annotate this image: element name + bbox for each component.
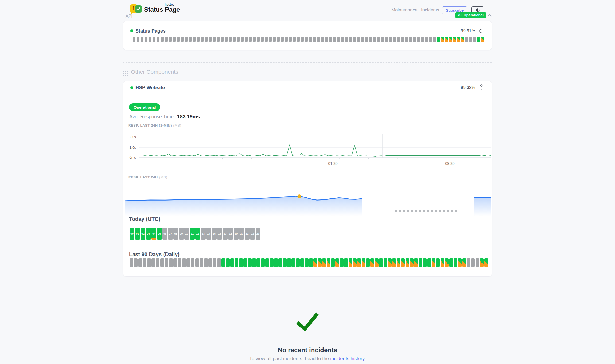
uptime-bar[interactable]: [329, 37, 332, 42]
uptime-bar[interactable]: [217, 37, 220, 42]
uptime-bar[interactable]: [195, 258, 199, 267]
hour-block-19[interactable]: 19: [234, 228, 239, 240]
uptime-bar[interactable]: [134, 258, 138, 267]
uptime-bar[interactable]: [384, 258, 387, 267]
uptime-bar[interactable]: [305, 258, 309, 267]
uptime-bar[interactable]: [278, 258, 282, 267]
uptime-bar[interactable]: [417, 37, 420, 42]
hour-block-15[interactable]: 15: [212, 228, 217, 240]
uptime-bar[interactable]: [421, 37, 424, 42]
hour-block-04[interactable]: 04: [151, 228, 156, 240]
uptime-bar[interactable]: [265, 258, 269, 267]
uptime-bar[interactable]: [322, 258, 326, 267]
hour-block-07[interactable]: 07: [168, 228, 173, 240]
response-daily-chart[interactable]: [125, 192, 491, 217]
uptime-bar[interactable]: [318, 258, 322, 267]
uptime-bar[interactable]: [313, 37, 316, 42]
uptime-bar[interactable]: [197, 37, 200, 42]
uptime-bar[interactable]: [335, 258, 339, 267]
uptime-bar[interactable]: [377, 37, 380, 42]
uptime-bar[interactable]: [425, 37, 428, 42]
uptime-bar[interactable]: [413, 37, 416, 42]
uptime-bar[interactable]: [405, 37, 408, 42]
uptime-bar[interactable]: [253, 37, 256, 42]
uptime-bar[interactable]: [409, 37, 412, 42]
uptime-bar[interactable]: [437, 37, 440, 42]
uptime-bar[interactable]: [191, 258, 194, 267]
uptime-bar[interactable]: [345, 37, 348, 42]
uptime-bar[interactable]: [432, 258, 435, 267]
expand-arrow-icon[interactable]: [480, 84, 483, 90]
uptime-bar[interactable]: [388, 258, 392, 267]
uptime-bar[interactable]: [235, 258, 238, 267]
hour-block-09[interactable]: 09: [179, 228, 184, 240]
hour-block-14[interactable]: 14: [206, 228, 211, 240]
uptime-bar[interactable]: [270, 258, 274, 267]
uptime-bar[interactable]: [252, 258, 256, 267]
uptime-bar[interactable]: [401, 37, 404, 42]
uptime-bar[interactable]: [327, 258, 330, 267]
uptime-bar[interactable]: [239, 258, 243, 267]
uptime-bar[interactable]: [449, 258, 453, 267]
uptime-bar[interactable]: [204, 258, 208, 267]
uptime-bar[interactable]: [160, 258, 164, 267]
uptime-bar[interactable]: [181, 37, 184, 42]
uptime-bar[interactable]: [353, 258, 357, 267]
uptime-bar[interactable]: [169, 37, 172, 42]
uptime-bar[interactable]: [410, 258, 414, 267]
uptime-bar[interactable]: [205, 37, 208, 42]
uptime-bar[interactable]: [209, 37, 212, 42]
hour-block-12[interactable]: 12: [195, 228, 200, 240]
uptime-bar[interactable]: [389, 37, 392, 42]
collapse-chevron-icon[interactable]: [488, 14, 492, 17]
uptime-bar[interactable]: [217, 258, 221, 267]
brand-logo[interactable]: ! hosted Status Page: [130, 2, 200, 17]
uptime-bar[interactable]: [353, 37, 356, 42]
uptime-bar[interactable]: [445, 258, 449, 267]
uptime-bar[interactable]: [130, 258, 133, 267]
uptime-bar[interactable]: [173, 258, 177, 267]
hour-block-20[interactable]: 20: [239, 228, 244, 240]
uptime-bar[interactable]: [436, 258, 440, 267]
nav-incidents[interactable]: Incidents: [421, 7, 439, 13]
uptime-bar[interactable]: [357, 37, 360, 42]
uptime-bar[interactable]: [261, 37, 264, 42]
uptime-bar[interactable]: [178, 258, 181, 267]
uptime-bar[interactable]: [309, 258, 313, 267]
hour-block-18[interactable]: 18: [228, 228, 233, 240]
uptime-bar[interactable]: [473, 37, 476, 42]
uptime-bar[interactable]: [293, 37, 296, 42]
uptime-bar[interactable]: [375, 258, 379, 267]
uptime-bar[interactable]: [300, 258, 304, 267]
uptime-bar[interactable]: [341, 37, 344, 42]
uptime-bar[interactable]: [274, 258, 278, 267]
uptime-bar[interactable]: [256, 258, 260, 267]
uptime-bar[interactable]: [165, 258, 168, 267]
uptime-bar[interactable]: [333, 37, 336, 42]
uptime-bar[interactable]: [213, 37, 216, 42]
uptime-bar[interactable]: [165, 37, 168, 42]
uptime-bar[interactable]: [185, 37, 188, 42]
hour-block-08[interactable]: 08: [173, 228, 178, 240]
hour-block-11[interactable]: 11: [190, 228, 195, 240]
uptime-bar[interactable]: [349, 37, 352, 42]
uptime-bar[interactable]: [249, 37, 252, 42]
uptime-bar[interactable]: [289, 37, 292, 42]
uptime-bar[interactable]: [189, 37, 192, 42]
uptime-bar[interactable]: [337, 37, 340, 42]
uptime-bar[interactable]: [366, 258, 370, 267]
uptime-bar[interactable]: [156, 258, 159, 267]
uptime-bar[interactable]: [226, 258, 230, 267]
uptime-bar[interactable]: [393, 37, 396, 42]
hour-block-13[interactable]: 13: [201, 228, 206, 240]
uptime-bar[interactable]: [169, 258, 173, 267]
hour-block-10[interactable]: 10: [184, 228, 189, 240]
uptime-bar[interactable]: [357, 258, 361, 267]
hour-block-21[interactable]: 21: [245, 228, 250, 240]
uptime-bar[interactable]: [340, 258, 344, 267]
uptime-bar[interactable]: [177, 37, 180, 42]
uptime-bar[interactable]: [229, 37, 232, 42]
uptime-bar[interactable]: [469, 37, 472, 42]
uptime-bar[interactable]: [476, 258, 479, 267]
uptime-bar[interactable]: [321, 37, 324, 42]
